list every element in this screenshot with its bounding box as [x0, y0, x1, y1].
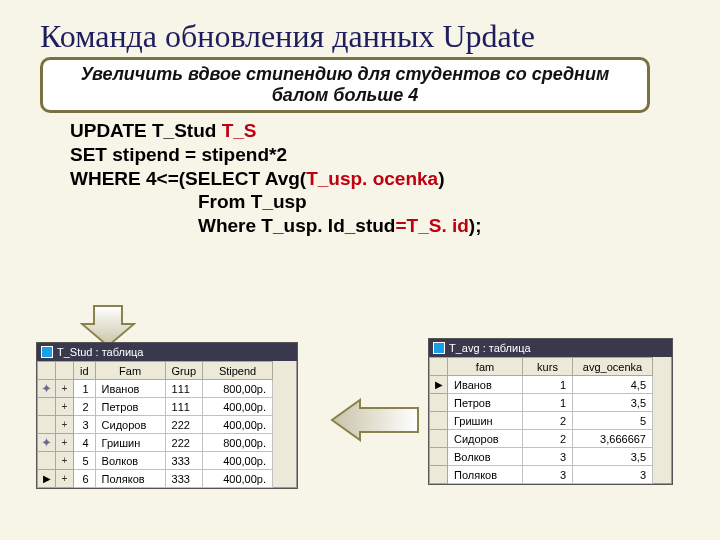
cursor-icon: ▶ — [43, 473, 51, 484]
star-icon: ✦ — [41, 435, 52, 450]
t-stud-window: T_Stud : таблица id Fam Grup Stipend ✦ +… — [36, 342, 298, 489]
rowhead — [430, 358, 448, 376]
rowhead — [56, 362, 74, 380]
table-row[interactable]: ▶ + 6 Поляков 333 400,00р. — [38, 470, 273, 488]
task-callout: Увеличить вдвое стипендию для студентов … — [40, 57, 650, 113]
arrow-left-icon — [330, 398, 420, 442]
star-icon: ✦ — [41, 381, 52, 396]
col-header[interactable]: Stipend — [203, 362, 273, 380]
table-row[interactable]: Петров 1 3,5 — [430, 394, 653, 412]
table-row[interactable]: Сидоров 2 3,666667 — [430, 430, 653, 448]
table-row[interactable]: Гришин 2 5 — [430, 412, 653, 430]
window-title: T_Stud : таблица — [57, 346, 143, 358]
col-header[interactable]: id — [74, 362, 96, 380]
sql-code-block: UPDATE T_Stud T_S SET stipend = stipend*… — [70, 119, 680, 238]
window-title: T_avg : таблица — [449, 342, 531, 354]
table-icon — [433, 342, 445, 354]
col-header[interactable]: kurs — [523, 358, 573, 376]
cursor-icon: ▶ — [435, 379, 443, 390]
table-row[interactable]: Поляков 3 3 — [430, 466, 653, 484]
sql-keyword: UPDATE — [70, 120, 147, 141]
table-row[interactable]: ▶ Иванов 1 4,5 — [430, 376, 653, 394]
col-header[interactable]: Fam — [95, 362, 165, 380]
slide-title: Команда обновления данных Update — [40, 18, 680, 55]
col-header[interactable]: Grup — [165, 362, 202, 380]
t-avg-grid[interactable]: fam kurs avg_ocenka ▶ Иванов 1 4,5 Петро… — [429, 357, 653, 484]
t-stud-grid[interactable]: id Fam Grup Stipend ✦ + 1 Иванов 111 800… — [37, 361, 273, 488]
col-header[interactable]: fam — [448, 358, 523, 376]
table-row[interactable]: + 5 Волков 333 400,00р. — [38, 452, 273, 470]
table-row[interactable]: + 3 Сидоров 222 400,00р. — [38, 416, 273, 434]
rowhead — [38, 362, 56, 380]
window-titlebar[interactable]: T_Stud : таблица — [37, 343, 297, 361]
window-titlebar[interactable]: T_avg : таблица — [429, 339, 672, 357]
table-row[interactable]: + 2 Петров 111 400,00р. — [38, 398, 273, 416]
table-row[interactable]: Волков 3 3,5 — [430, 448, 653, 466]
t-avg-window: T_avg : таблица fam kurs avg_ocenka ▶ Ив… — [428, 338, 673, 485]
table-row[interactable]: ✦ + 4 Гришин 222 800,00р. — [38, 434, 273, 452]
table-row[interactable]: ✦ + 1 Иванов 111 800,00р. — [38, 380, 273, 398]
col-header[interactable]: avg_ocenka — [573, 358, 653, 376]
table-icon — [41, 346, 53, 358]
